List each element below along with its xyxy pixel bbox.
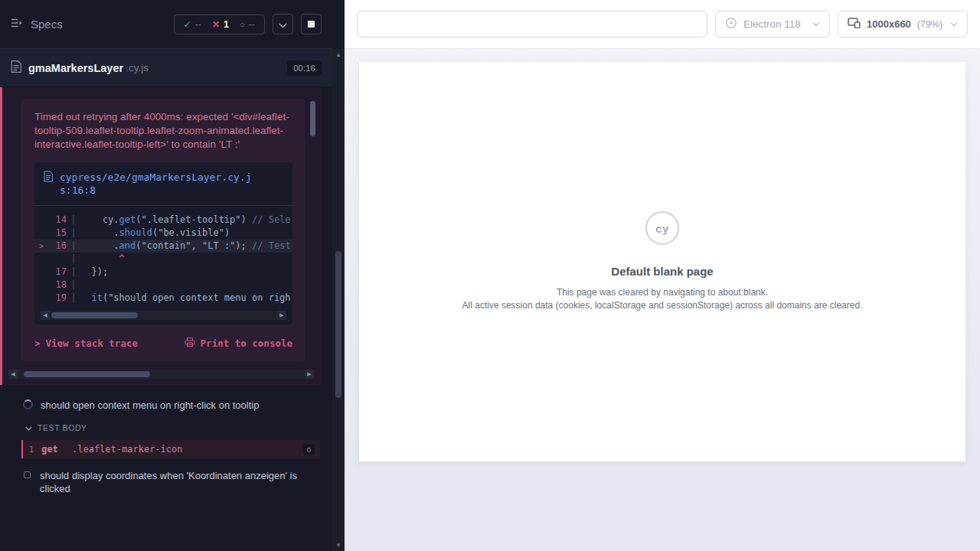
spec-duration-badge: 00:16	[287, 60, 322, 76]
chevron-down-icon	[950, 22, 958, 27]
view-stack-trace-link[interactable]: > View stack trace	[34, 337, 138, 350]
aut-header: Electron 118 1000x660 (79%)	[345, 0, 980, 49]
code-frame-file-link[interactable]: cypress/e2e/gmaMarkersLayer.cy.js:16:8	[34, 162, 292, 206]
code-frame-body: 14| cy.get(".leaflet-tooltip") // Sele 1…	[34, 206, 292, 308]
code-line: 14| cy.get(".leaflet-tooltip") // Sele	[34, 214, 292, 227]
error-panel: Timed out retrying after 4000ms: expecte…	[21, 99, 305, 360]
main-area: Electron 118 1000x660 (79%) cy Default b…	[345, 0, 980, 551]
code-line: 18|	[34, 279, 292, 292]
app-root: Specs ✓ -- ✕ 1 ○ --	[0, 0, 980, 551]
spinner-icon	[23, 399, 33, 409]
code-line: 17| });	[34, 266, 292, 279]
error-vertical-scrollbar-thumb[interactable]	[310, 101, 315, 136]
test-stats: ✓ -- ✕ 1 ○ --	[174, 15, 265, 34]
test-row-running[interactable]: should open context menu on right-click …	[0, 393, 332, 418]
error-actions: > View stack trace Print to console	[34, 337, 292, 350]
stat-pending: ○ --	[240, 19, 255, 30]
aut-iframe: cy Default blank page This page was clea…	[359, 62, 965, 461]
blank-page-subtitle-2: All active session data (cookies, localS…	[462, 299, 863, 312]
error-horizontal-scrollbar[interactable]: ◀ ▶	[8, 370, 314, 379]
check-icon: ✓	[184, 19, 191, 30]
command-number: 1	[23, 445, 41, 455]
test-body-toggle[interactable]: TEST BODY	[0, 418, 332, 438]
blank-page-subtitle-1: This page was cleared by navigating to a…	[557, 286, 768, 299]
pending-square-icon	[24, 471, 31, 478]
chevron-down-icon	[812, 22, 820, 27]
scroll-up-icon[interactable]: ▲	[332, 51, 345, 58]
scroll-right-icon[interactable]: ▶	[305, 370, 314, 379]
stop-tests-button[interactable]	[301, 14, 322, 34]
specs-label: Specs	[31, 18, 63, 31]
file-icon	[44, 171, 53, 197]
caret-right-icon: >	[34, 337, 41, 349]
spec-extension: .cy.js	[126, 62, 149, 73]
test-title: should open context menu on right-click …	[41, 399, 259, 412]
command-method: get	[41, 444, 72, 455]
code-line: | ^	[34, 253, 292, 266]
viewport-size: 1000x660	[867, 18, 911, 30]
reporter-toolbar: Specs ✓ -- ✕ 1 ○ --	[0, 0, 332, 49]
test-row-pending[interactable]: should display coordinates when 'Koordin…	[0, 463, 332, 501]
chevron-down-icon	[25, 423, 32, 432]
fail-x-icon: ✕	[212, 19, 220, 30]
print-to-console-button[interactable]: Print to console	[185, 337, 292, 350]
pending-circle-icon: ○	[240, 20, 245, 29]
scroll-right-icon[interactable]: ▶	[277, 311, 286, 320]
code-line: >16| .and("contain", "LT :"); // Test	[34, 240, 292, 253]
viewport-icon	[848, 18, 861, 31]
cypress-logo: cy	[645, 211, 679, 245]
test-list: should open context menu on right-click …	[0, 385, 332, 501]
specs-list-toggle[interactable]: Specs	[11, 18, 63, 31]
collapse-preferences-button[interactable]	[273, 14, 293, 34]
spec-file-icon	[11, 60, 21, 76]
code-line: 19| it("should open context menu on righ	[34, 292, 292, 305]
reporter-scrollbar-thumb[interactable]	[335, 251, 341, 398]
code-line: 15| .should("be.visible")	[34, 227, 292, 240]
browser-label: Electron 118	[743, 18, 801, 30]
spec-name: gmaMarkersLayer	[28, 62, 123, 74]
command-log-entry[interactable]: 1 get .leaflet-marker-icon 0	[21, 440, 320, 458]
viewport-info-button[interactable]: 1000x660 (79%)	[838, 11, 968, 37]
test-title: should display coordinates when 'Koordin…	[40, 469, 304, 495]
specs-list-icon	[11, 18, 23, 31]
stop-icon	[308, 21, 315, 28]
code-frame: cypress/e2e/gmaMarkersLayer.cy.js:16:8 1…	[34, 162, 292, 324]
reporter-scrollbar[interactable]: ▲ ▼	[332, 49, 345, 551]
blank-page-title: Default blank page	[611, 265, 713, 278]
reporter-sidebar: Specs ✓ -- ✕ 1 ○ --	[0, 0, 345, 551]
failed-test-attempt: Timed out retrying after 4000ms: expecte…	[0, 87, 322, 385]
code-horizontal-scrollbar[interactable]: ◀ ▶	[41, 311, 286, 320]
chevron-down-icon	[279, 18, 287, 31]
command-message: .leaflet-marker-icon	[72, 444, 183, 455]
url-input[interactable]	[357, 11, 707, 37]
viewport-scale: (79%)	[917, 19, 942, 30]
printer-icon	[185, 337, 195, 350]
scroll-down-icon[interactable]: ▼	[332, 542, 345, 549]
aut-container: cy Default blank page This page was clea…	[345, 49, 980, 551]
error-message: Timed out retrying after 4000ms: expecte…	[34, 110, 292, 152]
stat-failed: ✕ 1	[212, 19, 229, 30]
scroll-left-icon[interactable]: ◀	[41, 311, 50, 320]
browser-select-button[interactable]: Electron 118	[715, 11, 830, 37]
electron-icon	[725, 17, 737, 31]
stat-passed: ✓ --	[184, 19, 201, 30]
spec-header[interactable]: gmaMarkersLayer .cy.js 00:16	[0, 49, 332, 87]
scroll-left-icon[interactable]: ◀	[8, 370, 18, 379]
command-count-badge: 0	[303, 444, 315, 455]
